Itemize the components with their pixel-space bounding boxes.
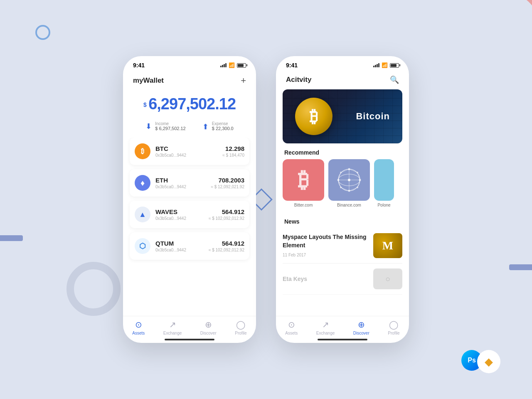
coin-item-qtum[interactable]: ⬡ QTUM 0x3b5ca0...9442 564.912 ≈ $ 102,0… <box>130 232 249 260</box>
wallet-content: myWallet + $ 6,297,502.12 ⬇ Income $ 6,2… <box>123 72 256 343</box>
balance-section: $ 6,297,502.12 <box>123 91 256 121</box>
news-thumb-1: M <box>373 233 402 258</box>
wifi-icon-1: 📶 <box>229 62 235 68</box>
expense-value: $ 22,300.0 <box>212 126 234 131</box>
recommend-section-title: Recommend <box>276 143 409 159</box>
status-icons-1: 📶 <box>220 62 246 68</box>
bitcoin-text: Bitcoin <box>356 111 390 122</box>
nav-profile-2[interactable]: ◯ Profile <box>388 320 399 335</box>
assets-icon-2: ⊙ <box>288 320 295 330</box>
wifi-icon-2: 📶 <box>382 62 388 68</box>
balance-currency: $ <box>143 101 147 108</box>
waves-logo: ▲ <box>135 207 150 222</box>
waves-addr: 0x3b5ca0...9442 <box>155 216 209 221</box>
binance-icon <box>337 167 362 192</box>
coin-item-btc[interactable]: ₿ BTC 0x3b5ca0...9442 12.298 ≈ $ 184,470 <box>130 138 249 165</box>
qtum-name: QTUM <box>155 240 209 247</box>
status-time-1: 9:41 <box>133 62 145 69</box>
coin-item-waves[interactable]: ▲ WAVES 0x3b5ca0...9442 564.912 ≈ $ 102,… <box>130 201 249 228</box>
recommend-row: ₿ Bitter.com <box>276 159 409 212</box>
recommend-bitcoin[interactable]: ₿ <box>283 159 324 201</box>
bg-bar-left <box>0 235 23 241</box>
bottom-nav-2: ⊙ Assets ↗ Exchange ⊕ Discover ◯ Profile <box>276 316 409 337</box>
bottom-nav-1: ⊙ Assets ↗ Exchange ⊕ Discover ◯ Profile <box>123 316 256 337</box>
home-indicator-1 <box>165 339 214 340</box>
news-section: Myspace Layouts The Missing Element 11 F… <box>276 228 409 295</box>
income-icon: ⬇ <box>145 122 152 131</box>
news-item-2[interactable]: Eta Keys ○ <box>283 264 402 295</box>
btc-addr: 0x3b5ca0...9442 <box>155 153 222 158</box>
wallet-header: myWallet + <box>123 72 256 91</box>
wallet-title: myWallet <box>133 76 164 85</box>
profile-label-2: Profile <box>388 331 399 335</box>
bitcoin-coin-image: ₿ <box>295 98 332 135</box>
news-headline-2: Eta Keys <box>283 276 368 282</box>
bitcoin-banner: ₿ Bitcoin <box>283 89 402 143</box>
qtum-usd: ≈ $ 102,092,012.92 <box>209 248 244 252</box>
nav-profile-1[interactable]: ◯ Profile <box>235 320 246 335</box>
battery-2 <box>390 63 399 68</box>
news-date-1: 11 Feb 2017 <box>283 253 368 257</box>
recommend-binance-label: Binance.com <box>337 203 361 207</box>
income-expense-row: ⬇ Income $ 6,297,502.12 ⬇ Expense $ 22,3… <box>123 121 256 138</box>
profile-icon: ◯ <box>236 320 245 330</box>
phone-activity: 9:41 📶 Acitvity 🔍 <box>276 56 409 343</box>
assets-label: Assets <box>132 331 145 335</box>
recommend-binance[interactable] <box>328 159 370 201</box>
qtum-addr: 0x3b5ca0...9442 <box>155 248 209 252</box>
nav-discover-1[interactable]: ⊕ Discover <box>200 320 217 335</box>
news-section-title: News <box>276 212 409 228</box>
nav-assets-2[interactable]: ⊙ Assets <box>285 320 298 335</box>
news-headline-1: Myspace Layouts The Missing Element <box>283 233 368 249</box>
news-item-1[interactable]: Myspace Layouts The Missing Element 11 F… <box>283 228 402 264</box>
exchange-icon-2: ↗ <box>322 320 329 330</box>
battery-1 <box>237 63 246 68</box>
recommend-polone[interactable] <box>374 159 394 201</box>
waves-usd: ≈ $ 102,092,012.92 <box>209 216 244 221</box>
bg-circle-gray-decoration <box>66 262 121 316</box>
activity-content: Acitvity 🔍 ₿ Bitcoin Recommend ₿ <box>276 72 409 316</box>
nav-assets-1[interactable]: ⊙ Assets <box>132 320 145 335</box>
bg-bar-right <box>509 264 532 270</box>
eth-name: ETH <box>155 177 211 184</box>
recommend-bitcoin-label: Bitter.com <box>294 203 313 207</box>
nav-exchange-1[interactable]: ↗ Exchange <box>163 320 182 335</box>
recommend-polone-label: Polone <box>377 203 390 207</box>
expense-item: ⬇ Expense $ 22,300.0 <box>202 121 234 131</box>
profile-label: Profile <box>235 331 246 335</box>
sketch-badge: ◆ <box>477 350 500 373</box>
profile-icon-2: ◯ <box>389 320 398 330</box>
phone-wallet: 9:41 📶 myWallet + <box>123 56 256 343</box>
home-indicator-2 <box>318 339 367 340</box>
activity-title: Acitvity <box>286 76 311 84</box>
qtum-logo: ⬡ <box>135 238 150 254</box>
btc-amount: 12.298 <box>222 145 244 152</box>
coin-list: ₿ BTC 0x3b5ca0...9442 12.298 ≈ $ 184,470… <box>123 138 256 316</box>
balance-amount: 6,297,502.12 <box>148 95 236 113</box>
btc-name: BTC <box>155 145 222 152</box>
eth-amount: 708.2003 <box>211 177 244 184</box>
income-item: ⬇ Income $ 6,297,502.12 <box>145 121 185 131</box>
expense-label: Expense <box>212 121 234 126</box>
add-wallet-button[interactable]: + <box>241 75 246 86</box>
status-icons-2: 📶 <box>373 62 399 68</box>
discover-label: Discover <box>200 331 217 335</box>
nav-exchange-2[interactable]: ↗ Exchange <box>316 320 335 335</box>
eth-addr: 0x3b5ca0...9442 <box>155 185 211 189</box>
signal-bars-1 <box>220 63 227 67</box>
activity-header: Acitvity 🔍 <box>276 72 409 89</box>
discover-label-2: Discover <box>353 331 369 335</box>
discover-icon-2: ⊕ <box>358 320 365 330</box>
waves-name: WAVES <box>155 208 209 215</box>
nav-discover-2[interactable]: ⊕ Discover <box>353 320 369 335</box>
income-value: $ 6,297,502.12 <box>155 126 185 131</box>
coin-item-eth[interactable]: ♦ ETH 0x3b5ca0...9442 708.2003 ≈ $ 12,09… <box>130 169 249 197</box>
expense-icon: ⬇ <box>202 122 209 131</box>
assets-label-2: Assets <box>285 331 298 335</box>
discover-icon: ⊕ <box>205 320 212 330</box>
exchange-label-2: Exchange <box>316 331 335 335</box>
bg-arc-decoration <box>478 0 532 54</box>
status-bar-1: 9:41 📶 <box>123 56 256 72</box>
status-time-2: 9:41 <box>286 62 298 69</box>
search-button[interactable]: 🔍 <box>390 75 399 84</box>
